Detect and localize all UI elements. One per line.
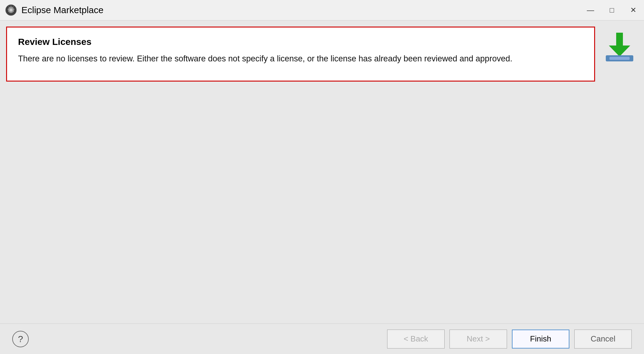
svg-marker-4 [609,46,630,57]
left-panel: Review Licenses There are no licenses to… [6,27,595,317]
footer: ? < Back Next > Finish Cancel [0,323,644,354]
review-licenses-title: Review Licenses [18,37,583,47]
minimize-button[interactable]: — [580,0,601,20]
title-bar: Eclipse Marketplace — □ ✕ [0,0,644,20]
content-area: Review Licenses There are no licenses to… [0,20,644,323]
title-bar-left: Eclipse Marketplace [0,4,103,16]
finish-button[interactable]: Finish [512,330,569,349]
window-title: Eclipse Marketplace [21,5,103,15]
svg-rect-3 [616,33,623,46]
cancel-button[interactable]: Cancel [574,330,632,349]
title-bar-controls: — □ ✕ [580,0,644,20]
svg-point-2 [9,9,13,12]
close-button[interactable]: ✕ [623,0,644,20]
footer-right: < Back Next > Finish Cancel [387,330,632,349]
right-panel [601,27,638,317]
svg-rect-6 [609,57,630,60]
install-icon [603,30,636,63]
footer-left: ? [12,331,29,347]
review-licenses-body: There are no licenses to review. Either … [18,53,583,65]
help-button[interactable]: ? [12,331,29,347]
install-icon-container [603,30,636,63]
maximize-button[interactable]: □ [601,0,623,20]
review-licenses-box: Review Licenses There are no licenses to… [6,27,595,82]
next-button[interactable]: Next > [450,330,507,349]
eclipse-icon [5,4,17,16]
back-button[interactable]: < Back [387,330,445,349]
